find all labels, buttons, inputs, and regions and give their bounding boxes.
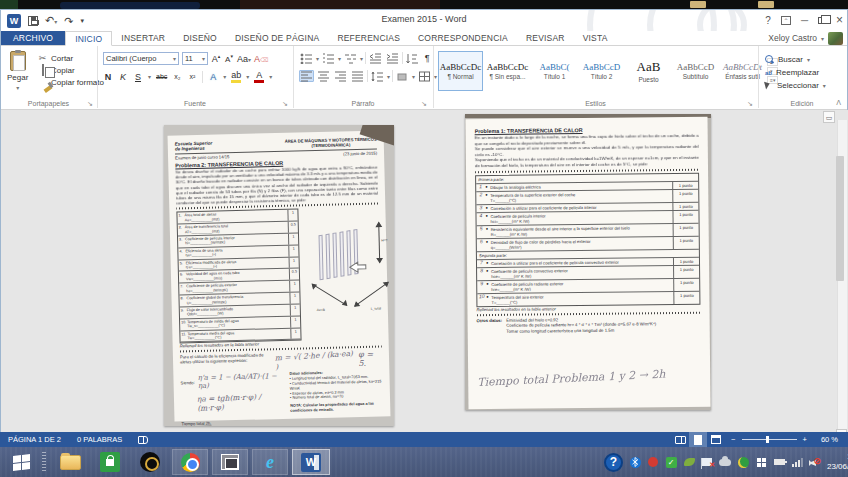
taskbar-photos-app[interactable]: [212, 449, 248, 475]
select-button[interactable]: Seleccionar▾: [765, 79, 826, 92]
green-globe-icon[interactable]: [737, 456, 749, 468]
collapse-ribbon-button[interactable]: ᐱ: [836, 99, 841, 107]
tab-vista[interactable]: VISTA: [574, 31, 617, 45]
battery-icon[interactable]: [773, 456, 785, 468]
style-titulo1[interactable]: AaBbC(Título 1: [532, 51, 577, 91]
styles-dialog-launcher[interactable]: ↘: [747, 100, 753, 108]
highlight-color-button[interactable]: ab: [231, 70, 241, 83]
change-case-button[interactable]: Aa▾: [237, 54, 251, 64]
paragraph-dialog-launcher[interactable]: ↘: [421, 100, 427, 108]
style-puesto[interactable]: AaBPuesto: [626, 51, 671, 91]
onedrive-cloud-icon[interactable]: [719, 456, 731, 468]
taskbar-file-explorer[interactable]: [52, 449, 88, 475]
scrollbar-thumb[interactable]: [836, 156, 844, 281]
help-question-tray-icon[interactable]: ?: [604, 453, 623, 472]
superscript-button[interactable]: x²: [187, 73, 197, 80]
clipboard-dialog-launcher[interactable]: ↘: [87, 100, 93, 108]
style-normal[interactable]: AaBbCcDc¶ Normal: [438, 51, 483, 91]
font-dialog-launcher[interactable]: ↘: [282, 100, 288, 108]
increase-indent-button[interactable]: [385, 52, 400, 64]
network-signal-icon[interactable]: [791, 456, 803, 468]
account-area[interactable]: Xeloy Castro ▾: [768, 31, 847, 45]
zoom-level[interactable]: 60 %: [813, 435, 848, 444]
vertical-scrollbar[interactable]: [837, 120, 847, 435]
page-1[interactable]: Escuela Superiorde Ingenieros ÁREA DE MÁ…: [164, 125, 394, 426]
taskbar-store[interactable]: [92, 449, 128, 475]
align-left-button[interactable]: [299, 70, 314, 82]
zoom-slider[interactable]: [742, 439, 797, 440]
grow-font-button[interactable]: A▴: [211, 53, 221, 64]
page-indicator[interactable]: PÁGINA 1 DE 2: [0, 432, 69, 447]
sort-button[interactable]: [405, 52, 420, 64]
taskbar-word-active[interactable]: W: [292, 449, 330, 475]
avatar[interactable]: [828, 32, 843, 45]
word-count[interactable]: 0 PALABRAS: [69, 432, 130, 447]
zoom-out-button[interactable]: −: [725, 435, 741, 444]
line-spacing-button[interactable]: [370, 70, 385, 82]
recording-icon[interactable]: [647, 456, 659, 468]
font-color-button[interactable]: A: [254, 70, 264, 83]
paste-button[interactable]: Pegar ▾: [7, 51, 28, 91]
shading-button[interactable]: [395, 70, 410, 82]
print-layout-button[interactable]: [689, 432, 707, 447]
multilevel-list-button[interactable]: [343, 52, 358, 64]
copy-button[interactable]: Copiar: [37, 64, 104, 76]
chevron-down-icon[interactable]: ▾: [148, 73, 151, 80]
align-center-button[interactable]: [316, 70, 331, 82]
volume-muted-icon[interactable]: ⊘: [809, 456, 821, 468]
taskbar-chrome[interactable]: [172, 449, 208, 475]
bluetooth-icon[interactable]: [629, 456, 641, 468]
subscript-button[interactable]: x₂: [172, 73, 182, 80]
zoom-in-button[interactable]: +: [797, 435, 813, 444]
italic-button[interactable]: K: [118, 72, 128, 82]
windows-tray-icon[interactable]: [755, 456, 767, 468]
web-layout-button[interactable]: [707, 432, 725, 447]
justify-button[interactable]: [350, 70, 365, 82]
restore-button[interactable]: [818, 17, 826, 24]
bullets-button[interactable]: [299, 52, 314, 64]
tab-insertar[interactable]: INSERTAR: [112, 31, 174, 45]
font-size-combobox[interactable]: 11▾: [182, 52, 208, 65]
antivirus-check-icon[interactable]: ✓: [665, 456, 677, 468]
tab-correspondencia[interactable]: CORRESPONDENCIA: [409, 31, 517, 45]
numbering-button[interactable]: [321, 52, 336, 64]
cut-button[interactable]: ✂Cortar: [37, 52, 104, 64]
align-right-button[interactable]: [333, 70, 348, 82]
tab-revisar[interactable]: REVISAR: [517, 31, 574, 45]
clear-formatting-button[interactable]: A⌫: [254, 54, 269, 64]
shrink-font-button[interactable]: A▾: [224, 53, 234, 64]
taskbar-media-app[interactable]: [132, 449, 168, 475]
ruler-toggle-icon[interactable]: ▭: [823, 111, 835, 123]
style-sin-espaciado[interactable]: AaBbCcDc¶ Sin espa...: [485, 51, 530, 91]
green-leaf-icon[interactable]: [683, 456, 695, 468]
text-effects-button[interactable]: A: [208, 72, 218, 82]
font-family-combobox[interactable]: Calibri (Cuerpo▾: [103, 52, 179, 65]
page-2[interactable]: Problema 1: TRANSFERENCIA DE CALOR En un…: [465, 114, 711, 410]
read-mode-button[interactable]: [671, 432, 689, 447]
taskbar-internet-explorer[interactable]: e: [252, 449, 288, 475]
document-area[interactable]: Escuela Superiorde Ingenieros ÁREA DE MÁ…: [1, 110, 848, 442]
help-button[interactable]: ?: [765, 15, 771, 26]
start-button[interactable]: [4, 449, 38, 475]
proofing-status[interactable]: [130, 432, 156, 447]
underline-button[interactable]: S: [133, 72, 143, 82]
decrease-indent-button[interactable]: [368, 52, 383, 64]
action-center-flag-error-icon[interactable]: ✕: [701, 456, 713, 468]
replace-button[interactable]: abReemplazar: [765, 66, 826, 79]
show-paragraph-marks-button[interactable]: ¶: [422, 53, 432, 63]
bold-button[interactable]: N: [103, 72, 113, 82]
tab-diseno-de-pagina[interactable]: DISEÑO DE PÁGINA: [226, 31, 328, 45]
taskbar-clock[interactable]: 10:29 23/06/2015: [827, 452, 848, 472]
tab-archivo[interactable]: ARCHIVO: [1, 31, 65, 45]
tab-referencias[interactable]: REFERENCIAS: [328, 31, 409, 45]
close-button[interactable]: ×: [836, 13, 843, 27]
style-subtitulo[interactable]: AaBbCcDSubtítulo: [673, 51, 718, 91]
ribbon-display-options-button[interactable]: ⌃: [781, 16, 791, 25]
zoom-slider-thumb[interactable]: [766, 436, 769, 443]
find-button[interactable]: Buscar▾: [765, 53, 826, 66]
style-titulo2[interactable]: AaBbCcDTítulo 2: [579, 51, 624, 91]
tab-diseno[interactable]: DISEÑO: [174, 31, 226, 45]
borders-button[interactable]: [417, 70, 432, 82]
tab-inicio[interactable]: INICIO: [65, 31, 112, 46]
minimize-button[interactable]: ─: [801, 15, 808, 26]
